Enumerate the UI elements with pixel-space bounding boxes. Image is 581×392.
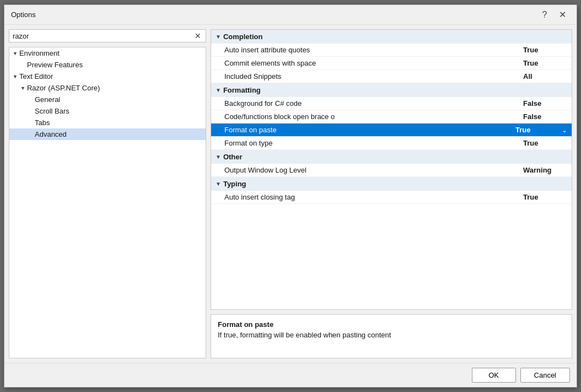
tree-arrow-environment: ▼ <box>13 51 18 56</box>
tree-item-label-tabs: Tabs <box>35 119 50 127</box>
option-row-commit-elements-with-space[interactable]: Commit elements with spaceTrue <box>211 57 572 70</box>
tree-arrow-text-editor: ▼ <box>13 74 18 79</box>
section-arrow-other: ▼ <box>216 154 221 160</box>
dialog-footer: OK Cancel <box>4 363 577 387</box>
tree-item-label-scroll-bars: Scroll Bars <box>35 107 69 115</box>
tree-item-preview-features[interactable]: Preview Features <box>9 59 206 71</box>
option-row-background-for-c#-code[interactable]: Background for C# codeFalse <box>211 97 572 110</box>
option-name: Format on type <box>224 139 523 147</box>
tree-item-scroll-bars[interactable]: Scroll Bars <box>9 105 206 117</box>
close-button[interactable]: ✕ <box>555 8 570 22</box>
tree-item-text-editor[interactable]: ▼Text Editor <box>9 71 206 82</box>
option-row-output-window-log-level[interactable]: Output Window Log LevelWarning <box>211 164 572 177</box>
option-row-auto-insert-attribute-quotes[interactable]: Auto insert attribute quotesTrue <box>211 44 572 57</box>
tree-container: ▼EnvironmentPreview Features▼Text Editor… <box>9 47 206 358</box>
left-panel: ✕ ▼EnvironmentPreview Features▼Text Edit… <box>9 29 206 358</box>
title-bar: Options ? ✕ <box>4 5 577 25</box>
section-label-formatting: Formatting <box>223 86 261 94</box>
tree-item-label-preview-features: Preview Features <box>27 61 83 69</box>
option-name: Output Window Log Level <box>224 166 523 174</box>
option-value: True <box>523 139 567 147</box>
dialog-body: ✕ ▼EnvironmentPreview Features▼Text Edit… <box>4 25 577 363</box>
option-value: All <box>523 72 567 80</box>
section-label-typing: Typing <box>223 180 246 188</box>
option-value: False <box>523 99 567 108</box>
options-dialog: Options ? ✕ ✕ ▼EnvironmentPreview Featur… <box>4 4 577 388</box>
option-value: True <box>523 193 567 201</box>
section-label-completion: Completion <box>223 33 263 41</box>
section-arrow-completion: ▼ <box>216 34 221 40</box>
option-row-format-on-paste[interactable]: Format on pasteTrue⌄ <box>211 123 572 137</box>
tree-item-label-razor: Razor (ASP.NET Core) <box>27 84 100 92</box>
option-name: Auto insert attribute quotes <box>224 46 523 54</box>
tree-item-label-general: General <box>35 95 60 104</box>
option-row-code/functions-block-open-brace-o[interactable]: Code/functions block open brace oFalse <box>211 110 572 123</box>
title-bar-left: Options <box>11 10 36 19</box>
option-name: Included Snippets <box>224 72 523 80</box>
option-value: True <box>523 59 567 67</box>
section-header-formatting[interactable]: ▼Formatting <box>211 83 572 97</box>
dialog-title: Options <box>11 10 36 19</box>
search-bar: ✕ <box>9 29 206 42</box>
description-title: Format on paste <box>218 320 565 329</box>
option-row-auto-insert-closing-tag[interactable]: Auto insert closing tagTrue <box>211 191 572 204</box>
cancel-button[interactable]: Cancel <box>520 368 570 383</box>
ok-button[interactable]: OK <box>472 368 516 383</box>
description-text: If true, formatting will be enabled when… <box>218 331 565 339</box>
section-header-other[interactable]: ▼Other <box>211 150 572 164</box>
tree-item-label-text-editor: Text Editor <box>19 72 53 80</box>
description-panel: Format on paste If true, formatting will… <box>211 314 572 358</box>
option-name: Code/functions block open brace o <box>224 112 523 121</box>
option-value: Warning <box>523 166 567 174</box>
option-name: Commit elements with space <box>224 59 523 67</box>
section-arrow-formatting: ▼ <box>216 87 221 93</box>
option-name: Background for C# code <box>224 99 523 108</box>
option-name: Auto insert closing tag <box>224 193 523 201</box>
option-value: False <box>523 112 567 121</box>
section-header-typing[interactable]: ▼Typing <box>211 177 572 191</box>
tree-item-advanced[interactable]: Advanced <box>9 128 206 140</box>
tree-arrow-razor: ▼ <box>20 85 25 91</box>
option-name: Format on paste <box>224 126 515 134</box>
tree-item-general[interactable]: General <box>9 94 206 105</box>
right-panel: ▼CompletionAuto insert attribute quotesT… <box>211 29 572 358</box>
tree-item-label-environment: Environment <box>19 49 60 57</box>
section-arrow-typing: ▼ <box>216 181 221 187</box>
section-label-other: Other <box>223 153 243 161</box>
section-header-completion[interactable]: ▼Completion <box>211 30 572 44</box>
search-input[interactable] <box>13 32 191 40</box>
option-row-format-on-type[interactable]: Format on typeTrue <box>211 137 572 150</box>
dropdown-arrow-icon[interactable]: ⌄ <box>562 126 567 134</box>
tree-item-razor[interactable]: ▼Razor (ASP.NET Core) <box>9 82 206 94</box>
help-button[interactable]: ? <box>537 8 552 22</box>
tree-item-tabs[interactable]: Tabs <box>9 117 206 128</box>
tree-item-label-advanced: Advanced <box>35 130 67 138</box>
options-panel: ▼CompletionAuto insert attribute quotesT… <box>211 29 572 310</box>
option-value: True <box>523 46 567 54</box>
search-clear-button[interactable]: ✕ <box>193 31 202 40</box>
title-bar-right: ? ✕ <box>537 8 570 22</box>
option-row-included-snippets[interactable]: Included SnippetsAll <box>211 70 572 83</box>
tree-item-environment[interactable]: ▼Environment <box>9 47 206 59</box>
option-value: True <box>515 126 560 134</box>
